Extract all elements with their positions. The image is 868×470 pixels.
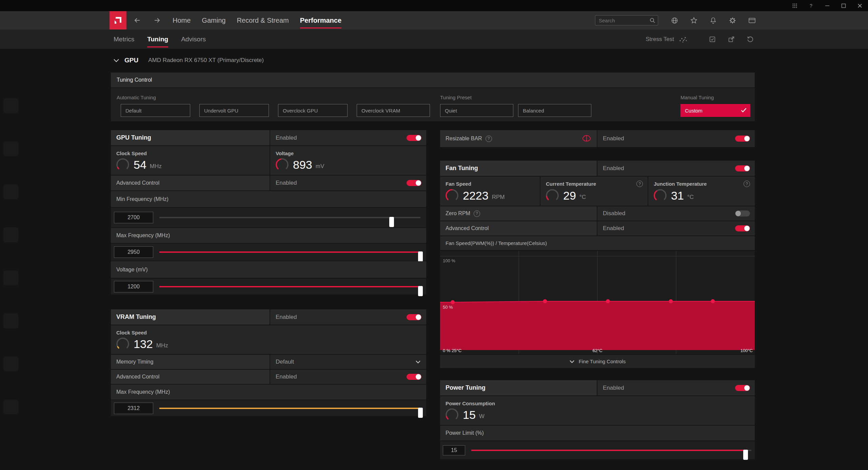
zero-rpm-toggle[interactable] bbox=[735, 210, 750, 217]
advanced-control-label: Advanced Control bbox=[116, 180, 159, 186]
forward-arrow-icon[interactable] bbox=[153, 16, 161, 24]
chevron-down-icon[interactable] bbox=[113, 59, 119, 62]
fine-tuning-controls-row[interactable]: Fine Tuning Controls bbox=[440, 355, 755, 368]
custom-button-label: Custom bbox=[685, 108, 703, 114]
help-icon[interactable] bbox=[808, 3, 814, 9]
slider-handle[interactable] bbox=[743, 450, 748, 460]
fan-tuning-header-row: Fan Tuning Enabled bbox=[440, 161, 755, 176]
titlebar bbox=[0, 0, 868, 11]
slider-handle[interactable] bbox=[418, 251, 423, 262]
slider-track[interactable] bbox=[471, 450, 751, 451]
help-icon[interactable] bbox=[636, 181, 643, 187]
memory-timing-dropdown[interactable]: Default bbox=[270, 355, 426, 369]
back-arrow-icon[interactable] bbox=[133, 16, 141, 24]
help-icon[interactable] bbox=[744, 181, 750, 187]
slider-track[interactable] bbox=[159, 217, 420, 218]
power-tuning-state: Enabled bbox=[603, 385, 624, 391]
globe-icon[interactable] bbox=[671, 17, 678, 24]
search-input[interactable] bbox=[595, 16, 658, 25]
tab-metrics[interactable]: Metrics bbox=[114, 29, 134, 49]
fine-tuning-controls-label: Fine Tuning Controls bbox=[579, 359, 626, 364]
fan-advanced-control-toggle[interactable] bbox=[735, 225, 750, 231]
vram-max-frequency-slider[interactable] bbox=[159, 403, 420, 413]
chevron-down-icon[interactable] bbox=[415, 360, 421, 364]
desktop-icon bbox=[3, 400, 18, 414]
tuning-control-title: Tuning Control bbox=[111, 73, 755, 87]
default-button[interactable]: Default bbox=[121, 104, 190, 117]
fan-speed-unit: RPM bbox=[492, 194, 505, 201]
stress-test-icon[interactable] bbox=[679, 36, 688, 43]
minimize-icon[interactable] bbox=[824, 3, 830, 9]
voltage-input[interactable] bbox=[114, 281, 153, 292]
gpu-tuning-header-row: GPU Tuning Enabled bbox=[111, 130, 426, 145]
slider-track[interactable] bbox=[159, 408, 420, 409]
slider-track[interactable] bbox=[159, 286, 420, 287]
vram-advanced-control-toggle[interactable] bbox=[407, 374, 421, 380]
apps-grid-icon[interactable] bbox=[792, 3, 798, 9]
tab-performance[interactable]: Performance bbox=[300, 11, 341, 29]
gpu-gauges-row: Clock Speed 54 MHz Voltage 893 mV bbox=[111, 146, 426, 175]
balanced-button[interactable]: Balanced bbox=[518, 104, 591, 117]
checklist-icon[interactable] bbox=[709, 36, 716, 43]
max-frequency-slider-row bbox=[111, 244, 426, 261]
voltage-slider-row bbox=[111, 279, 426, 294]
gpu-tuning-toggle[interactable] bbox=[407, 135, 421, 141]
tab-home[interactable]: Home bbox=[173, 11, 191, 29]
slider-handle[interactable] bbox=[418, 408, 423, 418]
resizable-bar-toggle[interactable] bbox=[735, 136, 750, 142]
min-frequency-slider-row bbox=[111, 208, 426, 227]
voltage-slider[interactable] bbox=[159, 282, 420, 292]
clock-speed-value: 54 bbox=[134, 158, 146, 171]
close-icon[interactable] bbox=[857, 3, 863, 9]
tab-advisors[interactable]: Advisors bbox=[181, 29, 206, 49]
advanced-control-state: Enabled bbox=[603, 225, 624, 232]
gpu-advanced-control-toggle[interactable] bbox=[407, 180, 421, 186]
custom-button[interactable]: Custom bbox=[680, 104, 750, 117]
main-navbar: Home Gaming Record & Stream Performance bbox=[0, 11, 868, 29]
star-icon[interactable] bbox=[690, 17, 698, 24]
voltage-slider-label: Voltage (mV) bbox=[116, 267, 147, 273]
help-icon[interactable] bbox=[486, 136, 492, 142]
tab-gaming[interactable]: Gaming bbox=[202, 11, 225, 29]
fan-chart-title: Fan Speed(PWM(%)) / Temperature(Celsius) bbox=[446, 240, 547, 246]
toggle-knob bbox=[416, 374, 421, 380]
amd-logo[interactable] bbox=[110, 11, 126, 29]
junction-temperature-gauge-icon bbox=[653, 188, 668, 203]
current-temperature-gauge-icon bbox=[545, 188, 560, 203]
max-frequency-label: Max Frequency (MHz) bbox=[116, 232, 170, 239]
brain-icon bbox=[582, 135, 591, 143]
share-icon[interactable] bbox=[728, 36, 735, 43]
vram-tuning-toggle[interactable] bbox=[407, 314, 421, 320]
power-limit-input[interactable] bbox=[443, 445, 465, 455]
fan-curve-chart[interactable]: 100 %50 %0 % 25°C62°C100°C bbox=[440, 251, 755, 354]
min-frequency-input[interactable] bbox=[114, 212, 153, 223]
gpu-section-label: GPU bbox=[124, 57, 138, 64]
bell-icon[interactable] bbox=[709, 17, 717, 24]
slider-handle[interactable] bbox=[418, 286, 423, 296]
overclock-gpu-button[interactable]: Overclock GPU bbox=[278, 104, 348, 117]
vram-clock-unit: MHz bbox=[156, 342, 168, 349]
tab-record-stream[interactable]: Record & Stream bbox=[237, 11, 289, 29]
max-frequency-input[interactable] bbox=[114, 246, 153, 258]
help-icon[interactable] bbox=[474, 210, 480, 217]
fan-tuning-toggle[interactable] bbox=[735, 165, 750, 171]
memory-timing-row: Memory Timing Default bbox=[111, 355, 426, 369]
power-tuning-toggle[interactable] bbox=[735, 385, 750, 391]
overclock-vram-button[interactable]: Overclock VRAM bbox=[357, 104, 430, 117]
tab-tuning[interactable]: Tuning bbox=[147, 29, 168, 49]
slider-handle[interactable] bbox=[389, 217, 394, 227]
reset-icon[interactable] bbox=[747, 36, 754, 43]
power-limit-slider[interactable] bbox=[471, 445, 751, 455]
gear-icon[interactable] bbox=[729, 17, 736, 24]
slider-track[interactable] bbox=[159, 251, 420, 253]
quiet-button[interactable]: Quiet bbox=[440, 104, 513, 117]
search-icon[interactable] bbox=[649, 17, 655, 23]
vram-max-frequency-input[interactable] bbox=[114, 403, 153, 414]
maximize-icon[interactable] bbox=[841, 3, 847, 9]
card-icon[interactable] bbox=[748, 17, 756, 24]
svg-text:100 %: 100 % bbox=[443, 258, 455, 263]
max-frequency-slider[interactable] bbox=[159, 247, 420, 257]
undervolt-gpu-button[interactable]: Undervolt GPU bbox=[199, 104, 269, 117]
junction-temperature-label: Junction Temperature bbox=[654, 181, 707, 187]
min-frequency-slider[interactable] bbox=[159, 212, 420, 223]
